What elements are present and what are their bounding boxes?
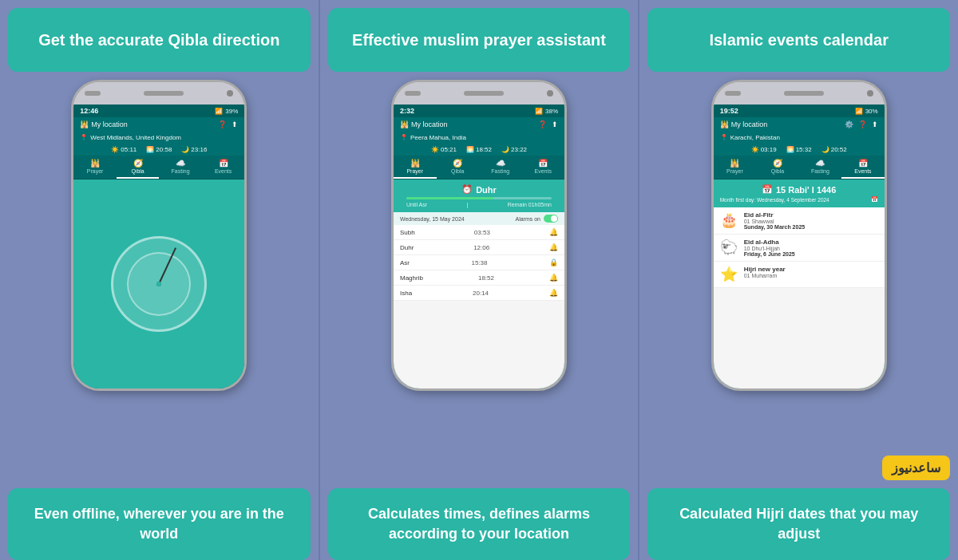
tab-prayer-qibla[interactable]: 🕌 Prayer [73, 156, 117, 179]
status-time-qibla: 12:46 [80, 107, 98, 115]
location-calendar: 📍 Karachi, Pakistan [714, 132, 885, 144]
footer-prayer: Calculates times, defines alarms accordi… [328, 488, 631, 560]
hijri-date: 📅 15 Rabi' I 1446 [720, 184, 878, 195]
app-icons-calendar: ⚙️ ❓ ⬆ [845, 120, 878, 128]
status-time-prayer: 2:32 [400, 107, 414, 115]
nav-tabs-prayer: 🕌 Prayer 🧭 Qibla ☁️ Fasting 📅 [394, 156, 564, 179]
status-bar-qibla: 12:46 📶 39% [73, 105, 244, 117]
status-icons-qibla: 📶 39% [215, 108, 238, 115]
alarm-toggle[interactable] [544, 215, 558, 223]
compass-inner [127, 252, 191, 316]
phone-qibla: 12:46 📶 39% 🕌 My location ❓ [71, 80, 247, 391]
status-bar-prayer: 2:32 📶 38% [394, 105, 564, 117]
prayer-date-row: Wednesday, 15 May 2024 Alarms on [394, 212, 564, 225]
tab-fasting-qibla[interactable]: ☁️ Fasting [159, 156, 202, 179]
event-eid-fitr: 🎂 Eid al-Fitr 01 Shawwal Sunday, 30 Marc… [714, 207, 885, 235]
hijri-month-first: Month first day: Wednesday, 4 September … [720, 196, 878, 203]
phone-camera-calendar [867, 90, 873, 97]
app-icons-prayer: ❓ ⬆ [538, 120, 558, 128]
phone-screen-qibla: 12:46 📶 39% 🕌 My location ❓ [73, 105, 244, 388]
prayer-header-section: ⏰ Duhr Until Asr | Remain 01h05mn [394, 179, 564, 212]
event-hijri-new-year: ⭐ Hijri new year 01 Muharram [714, 262, 885, 288]
tab-fasting-calendar[interactable]: ☁️ Fasting [799, 156, 842, 179]
calendar-header: 📅 15 Rabi' I 1446 Month first day: Wedne… [714, 179, 885, 207]
phone-top-bar-qibla [73, 82, 244, 105]
tab-fasting-prayer[interactable]: ☁️ Fasting [479, 156, 522, 179]
nav-tabs-calendar: 🕌 Prayer 🧭 Qibla ☁️ Fasting 📅 [714, 156, 885, 179]
tab-events-calendar[interactable]: 📅 Events [841, 156, 885, 179]
banner-calendar: Islamic events calendar [647, 8, 950, 72]
panel-qibla: Get the accurate Qibla direction 12:46 📶… [0, 0, 319, 560]
phone-camera-prayer [547, 90, 553, 97]
prayer-progress-bar [406, 197, 552, 199]
phone-mic-prayer [405, 91, 421, 96]
phone-top-bar-calendar [714, 82, 885, 105]
banner-qibla: Get the accurate Qibla direction [8, 8, 311, 72]
phone-screen-calendar: 19:52 📶 30% 🕌 My location ⚙️ [714, 105, 885, 388]
event-emoji-adha: 🐑 [720, 239, 738, 256]
status-bar-calendar: 19:52 📶 30% [714, 105, 885, 117]
prayer-until-row: Until Asr | Remain 01h05mn [398, 202, 560, 207]
phone-speaker-calendar [784, 91, 824, 96]
status-icons-prayer: 📶 38% [535, 108, 558, 115]
app-title-prayer: 🕌 My location [400, 120, 448, 128]
tab-qibla-calendar[interactable]: 🧭 Qibla [756, 156, 799, 179]
time-row-qibla: ☀️ 05:11 🌅 20:58 🌙 23:16 [73, 144, 244, 156]
time-row-prayer: ☀️ 05:21 🌅 18:52 🌙 23:22 [394, 144, 564, 156]
main-container: Get the accurate Qibla direction 12:46 📶… [0, 0, 958, 560]
watermark: ساعدنیوز [882, 455, 950, 480]
compass-needle [158, 247, 176, 284]
footer-qibla: Even offline, wherever you are in the wo… [8, 488, 311, 560]
tab-qibla-qibla[interactable]: 🧭 Qibla [117, 156, 160, 179]
phone-mic-qibla [85, 91, 101, 96]
panel-calendar: Islamic events calendar 19:52 📶 30% [639, 0, 958, 560]
event-emoji-fitr: 🎂 [720, 211, 738, 229]
app-header-prayer: 🕌 My location ❓ ⬆ [394, 117, 564, 132]
phone-speaker-prayer [464, 91, 504, 96]
compass-center [156, 282, 161, 286]
phone-screen-prayer: 2:32 📶 38% 🕌 My location ❓ [394, 105, 564, 388]
status-time-calendar: 19:52 [720, 107, 738, 115]
phone-mic-calendar [725, 91, 741, 96]
time-row-calendar: ☀️ 03:19 🌅 15:32 🌙 20:52 [714, 144, 885, 156]
compass-container [73, 179, 244, 388]
prayer-item-duhr[interactable]: Duhr 12:06 🔔 [394, 240, 564, 255]
prayer-item-isha[interactable]: Isha 20:14 🔔 [394, 286, 564, 301]
tab-events-qibla[interactable]: 📅 Events [202, 156, 245, 179]
phone-camera-qibla [227, 90, 233, 97]
app-title-qibla: 🕌 My location [80, 120, 128, 128]
compass-outer [111, 236, 207, 332]
phone-prayer: 2:32 📶 38% 🕌 My location ❓ [391, 80, 567, 391]
nav-tabs-qibla: 🕌 Prayer 🧭 Qibla ☁️ Fasting 📅 [73, 156, 244, 179]
prayer-item-subh[interactable]: Subh 03:53 🔔 [394, 225, 564, 240]
banner-prayer: Effective muslim prayer assistant [328, 8, 631, 72]
phone-calendar: 19:52 📶 30% 🕌 My location ⚙️ [711, 80, 887, 391]
event-eid-adha: 🐑 Eid al-Adha 10 Dhu'l-Hijjah Friday, 6 … [714, 235, 885, 262]
tab-prayer-calendar[interactable]: 🕌 Prayer [714, 156, 757, 179]
footer-calendar: Calculated Hijri dates that you may adju… [647, 488, 950, 560]
events-list: 🎂 Eid al-Fitr 01 Shawwal Sunday, 30 Marc… [714, 207, 885, 388]
prayer-list-container: Wednesday, 15 May 2024 Alarms on Subh 03… [394, 212, 564, 388]
panel-prayer: Effective muslim prayer assistant 2:32 📶… [320, 0, 639, 560]
tab-events-prayer[interactable]: 📅 Events [522, 156, 565, 179]
phone-top-bar-prayer [394, 82, 564, 105]
app-title-calendar: 🕌 My location [720, 120, 768, 128]
tab-prayer-prayer[interactable]: 🕌 Prayer [394, 156, 437, 179]
app-icons-qibla: ❓ ⬆ [218, 120, 238, 128]
app-header-qibla: 🕌 My location ❓ ⬆ [73, 117, 244, 132]
app-header-calendar: 🕌 My location ⚙️ ❓ ⬆ [714, 117, 885, 132]
prayer-progress-fill [406, 197, 493, 199]
tab-qibla-prayer[interactable]: 🧭 Qibla [437, 156, 480, 179]
phone-speaker-qibla [144, 91, 184, 96]
event-emoji-newyear: ⭐ [720, 266, 738, 283]
location-qibla: 📍 West Midlands, United Kingdom [73, 132, 244, 144]
current-prayer-name: ⏰ Duhr [398, 184, 560, 195]
prayer-item-asr[interactable]: Asr 15:38 🔒 [394, 255, 564, 270]
location-prayer: 📍 Peera Mahua, India [394, 132, 564, 144]
status-icons-calendar: 📶 30% [855, 108, 878, 115]
prayer-item-maghrib[interactable]: Maghrib 18:52 🔔 [394, 270, 564, 286]
